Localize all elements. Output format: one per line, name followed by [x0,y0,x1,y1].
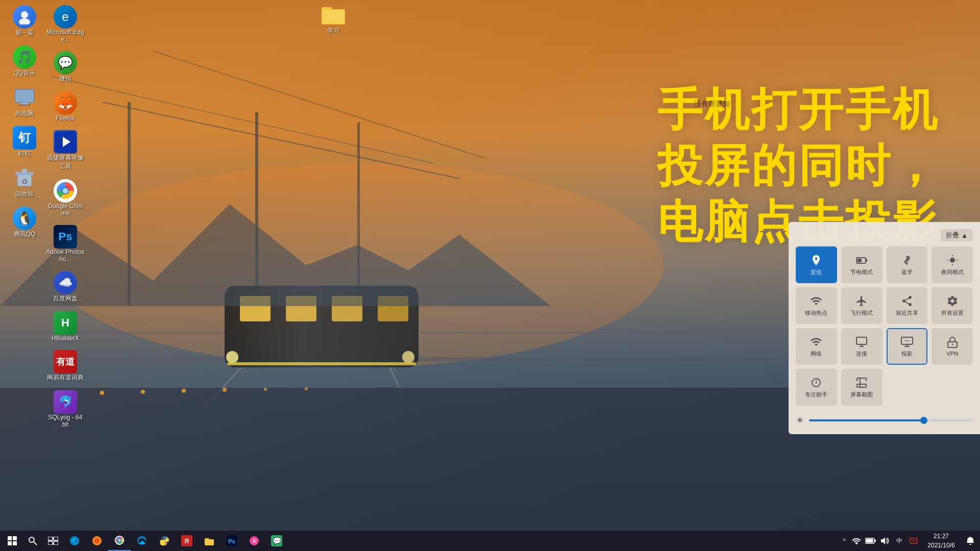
svg-rect-65 [13,536,17,540]
desktop-icon-edge[interactable]: e Microsoft Edge... [46,5,85,43]
desktop: 手机打开手机 投屏的同时， 电脑点击投影 没有新通知 翟一晏 🎵 QQ音乐 此电… [0,0,980,531]
svg-point-68 [29,537,34,542]
desktop-folder-learning[interactable]: 学习 [322,5,345,35]
system-tray: ^ 中 21:27 2021/10/6 [839,531,978,551]
svg-point-17 [226,351,238,363]
volume-tray-icon[interactable] [879,531,891,551]
taskbar-app-chrome[interactable] [108,531,131,551]
desktop-icon-qq-label: 腾讯QQ [14,230,36,239]
action-btn-projection[interactable]: 投影 [887,328,928,365]
action-btn-nightmode[interactable]: 夜间模式 [932,246,973,283]
taskbar-app-itunes[interactable]: ♪ [243,531,265,551]
svg-point-25 [264,388,267,391]
action-btn-allsettings[interactable]: 所有设置 [932,287,973,324]
taskbar-app-edge2[interactable] [131,531,153,551]
svg-rect-32 [19,105,30,106]
svg-rect-67 [13,541,17,545]
folder-learning-label: 学习 [327,27,339,35]
svg-point-28 [21,11,28,18]
desktop-icon-youdao[interactable]: 有道 网易有道词典 [46,350,85,382]
search-button[interactable] [22,531,43,551]
svg-text:Ps: Ps [228,538,235,544]
brightness-icon: ☀ [796,415,804,426]
svg-point-23 [182,389,186,393]
battery-tray-icon[interactable] [864,531,878,551]
action-btn-location[interactable]: 定位 [796,246,837,283]
desktop-icon-sqlyog[interactable]: 🐬 SQLyog - 64 bit [46,390,85,428]
desktop-icon-baidu[interactable]: ☁️ 百度网盘 [46,271,85,303]
wifi-tray-icon[interactable] [850,531,863,551]
clock[interactable]: 21:27 2021/10/6 [921,532,962,550]
desktop-icon-sqlyog-label: SQLyog - 64 bit [46,414,85,428]
desktop-icon-thispc[interactable]: 此电脑 [5,86,44,118]
desktop-icon-hbuilder[interactable]: H HBuilderX [46,311,85,342]
desktop-icon-photoshop[interactable]: Ps Adobe Photosho... [46,225,85,263]
desktop-icon-user[interactable]: 翟一晏 [5,5,44,37]
svg-point-24 [223,388,227,392]
taskbar-app-explorer[interactable] [198,531,220,551]
svg-text:♪: ♪ [253,538,256,544]
svg-line-69 [34,542,37,545]
action-btn-connect[interactable]: 连接 [841,328,883,365]
action-btn-nearbyshare[interactable]: 就近共享 [887,287,928,324]
action-btn-battery[interactable]: 节电模式 [841,246,883,283]
svg-point-50 [950,258,955,263]
desktop-icon-recycle[interactable]: ♻ 回收站 [5,166,44,198]
notification-button[interactable] [963,531,978,551]
taskbar-app-edge[interactable] [63,531,86,551]
desktop-icon-screenrec-label: 迅捷屏幕录像工具 [46,154,85,171]
svg-rect-55 [856,337,867,344]
svg-rect-30 [15,89,34,103]
start-button[interactable] [2,531,22,551]
desktop-icon-wechat[interactable]: 💬 微信 [46,51,85,83]
desktop-icon-chrome[interactable]: Google Chrome [46,179,85,217]
svg-point-21 [100,391,104,395]
svg-rect-31 [21,103,28,105]
desktop-icon-wechat-label: 微信 [59,74,71,83]
svg-rect-93 [866,539,873,543]
svg-point-22 [141,390,145,394]
desktop-icon-firefox-label: Firefox [56,115,75,122]
desktop-icon-firefox[interactable]: 🦊 Firefox [46,91,85,122]
svg-point-76 [95,539,99,542]
action-btn-vpn[interactable]: VPN [932,328,973,365]
overlay-line1: 手机打开手机 [657,82,939,138]
taskbar-app-firefox[interactable] [86,531,108,551]
clock-date: 2021/10/6 [927,541,954,550]
desktop-icon-hbuilder-label: HBuilderX [52,335,79,342]
svg-marker-94 [881,537,885,544]
action-btn-screenshot[interactable]: 屏幕截图 [841,369,883,406]
svg-point-79 [118,539,121,542]
taskbar-app-wechat[interactable]: 💬 [265,531,288,551]
action-btn-focusassist[interactable]: 专注助手 [796,369,837,406]
svg-point-63 [951,344,953,345]
taskbar-app-python[interactable] [153,531,176,551]
desktop-icons-col1: 翟一晏 🎵 QQ音乐 此电脑 钉 钉钉 ♻ 回收站 [5,5,44,239]
brightness-slider[interactable] [809,419,973,421]
svg-rect-72 [48,541,53,545]
keyboard-tray-icon[interactable]: 中 [892,531,906,551]
desktop-icon-screenrec[interactable]: 迅捷屏幕录像工具 [46,130,85,171]
clock-time: 21:27 [934,532,949,541]
desktop-icon-qq[interactable]: 🐧 腾讯QQ [5,207,44,239]
desktop-icon-qqmusic[interactable]: 🎵 QQ音乐 [5,45,44,78]
desktop-icon-user-label: 翟一晏 [15,29,34,37]
brightness-control[interactable]: ☀ [796,412,973,429]
action-btn-airplane[interactable]: 飞行模式 [841,287,883,324]
collapse-button[interactable]: 折叠 ▲ [941,229,973,241]
svg-text:💬: 💬 [273,537,282,545]
desktop-icon-thispc-label: 此电脑 [15,109,34,118]
taskbar-app-redis[interactable]: R [176,531,198,551]
action-btn-hotspot[interactable]: 移动热点 [796,287,837,324]
extra-tray-icon[interactable] [908,531,920,551]
task-view-button[interactable] [43,531,63,551]
action-btn-network[interactable]: 网络 [796,328,837,365]
overlay-line2: 投屏的同时， [657,138,939,194]
show-hidden-tray[interactable]: ^ [839,531,849,551]
taskbar-app-ps[interactable]: Ps [220,531,243,551]
svg-point-26 [305,387,308,390]
action-btn-bluetooth[interactable]: 蓝牙 [887,246,928,283]
desktop-icon-dingding[interactable]: 钉 钉钉 [5,126,44,158]
svg-rect-64 [8,536,12,540]
brightness-thumb[interactable] [920,417,927,424]
